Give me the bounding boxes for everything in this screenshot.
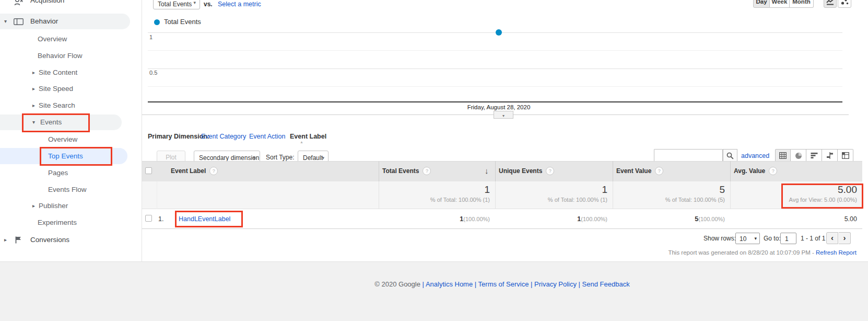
row-checkbox[interactable] — [145, 215, 152, 222]
summary-value: 1 — [602, 184, 607, 196]
help-icon[interactable]: ? — [209, 167, 218, 175]
sidebar-item-label: Behavior — [30, 14, 58, 29]
pivot-view-button[interactable] — [838, 149, 853, 162]
column-header-label: Unique Events — [499, 167, 542, 175]
sidebar-item-events-flow[interactable]: Events Flow — [48, 182, 87, 198]
percentage-view-button[interactable] — [791, 149, 806, 162]
y-tick-05: 0.5 — [149, 70, 157, 76]
sidebar-item-label: Conversions — [30, 232, 69, 248]
chevron-down-icon: ▾ — [253, 155, 255, 160]
granularity-week-button[interactable]: Week — [770, 0, 790, 8]
row-unique-events: 1(100.00%) — [495, 209, 607, 229]
granularity-day-button[interactable]: Day — [753, 0, 770, 8]
sidebar-item-site-speed[interactable]: ▸ Site Speed — [0, 81, 130, 97]
analytics-home-link[interactable]: Analytics Home — [426, 280, 473, 288]
footer-separator: | — [531, 280, 532, 288]
annotation-box-events — [22, 113, 90, 132]
summary-value: 1 — [484, 184, 490, 196]
dimension-tab-event-category[interactable]: Event Category — [201, 133, 246, 140]
chevron-right-icon: ▸ — [4, 232, 7, 248]
sidebar-item-label: Site Search — [39, 98, 75, 113]
sort-descending-icon[interactable]: ↓ — [485, 161, 489, 181]
sidebar-item-events-overview[interactable]: Overview — [48, 132, 77, 147]
show-rows-select[interactable]: 10 ▾ — [735, 233, 760, 244]
column-header-event-value[interactable]: Event Value? — [616, 161, 663, 181]
metric-selector-dropdown[interactable]: Total Events ▾ — [153, 0, 200, 9]
pie-chart-icon — [795, 152, 802, 159]
refresh-report-link[interactable]: Refresh Report — [816, 249, 857, 256]
column-header-event-label[interactable]: Event Label? — [171, 161, 218, 181]
summary-total-events-cell: 1 % of Total: 100.00% (1) — [379, 181, 495, 209]
sidebar-item-behavior-flow[interactable]: Behavior Flow — [38, 48, 83, 64]
next-page-button[interactable]: › — [839, 232, 851, 244]
copyright-text: © 2020 Google — [374, 280, 420, 288]
gridline-1 — [148, 32, 842, 33]
advanced-search-link[interactable]: advanced — [741, 152, 769, 159]
table-search-input[interactable] — [654, 149, 723, 162]
sidebar-item-overview[interactable]: Overview — [38, 31, 67, 47]
goto-page-input[interactable]: 1 — [780, 233, 796, 244]
summary-subtext: % of Total: 100.00% (5) — [665, 197, 725, 203]
footer-separator: | — [579, 280, 580, 288]
granularity-month-button[interactable]: Month — [790, 0, 814, 8]
help-icon[interactable]: ? — [655, 167, 663, 175]
column-header-label: Avg. Value — [734, 167, 765, 175]
select-all-checkbox[interactable] — [145, 167, 152, 174]
column-header-avg-value[interactable]: Avg. Value? — [734, 161, 777, 181]
motion-chart-view-button[interactable] — [838, 0, 851, 8]
row-avg-value: 5.00 — [730, 209, 857, 229]
summary-subtext: % of Total: 100.00% (1) — [548, 197, 607, 203]
chevron-right-icon: › — [843, 233, 846, 242]
sidebar-item-publisher[interactable]: ▸ Publisher — [0, 198, 130, 214]
acquisition-icon — [14, 0, 24, 6]
select-a-metric-link[interactable]: Select a metric — [218, 1, 261, 8]
column-divider — [613, 161, 613, 182]
privacy-policy-link[interactable]: Privacy Policy — [534, 280, 577, 288]
send-feedback-link[interactable]: Send Feedback — [582, 280, 630, 288]
column-header-unique-events[interactable]: Unique Events? — [499, 161, 554, 181]
line-chart-view-button[interactable] — [824, 0, 837, 8]
chevron-right-icon: ▸ — [32, 81, 35, 97]
column-header-total-events[interactable]: Total Events? — [382, 161, 431, 181]
summary-event-value-cell: 5 % of Total: 100.00% (5) — [613, 181, 730, 209]
metric-value: 5.00 — [844, 215, 857, 223]
column-divider — [495, 161, 496, 182]
metric-selector-value: Total Events — [158, 1, 192, 8]
comparison-view-button[interactable] — [822, 149, 838, 162]
table-view-button[interactable] — [775, 149, 791, 162]
row-event-value: 5(100.00%) — [613, 209, 725, 229]
sidebar-item-site-content[interactable]: ▸ Site Content — [0, 65, 130, 81]
terms-of-service-link[interactable]: Terms of Service — [478, 280, 529, 288]
column-divider — [379, 161, 379, 182]
table-search-button[interactable] — [723, 149, 737, 162]
help-icon[interactable]: ? — [423, 167, 431, 175]
footer-separator: | — [423, 280, 424, 288]
chevron-right-icon: ▸ — [32, 65, 35, 81]
sidebar-item-conversions[interactable]: ▸ Conversions — [0, 232, 130, 248]
dimension-tab-event-action[interactable]: Event Action — [249, 133, 286, 140]
column-header-label: Event Label — [171, 167, 206, 175]
sort-type-label: Sort Type: — [266, 154, 294, 161]
chevron-right-icon: ▸ — [32, 98, 35, 113]
annotation-box-event-label-row — [175, 211, 243, 227]
timeline-slider-handle[interactable]: ▾ — [494, 111, 513, 119]
data-table-icon — [779, 152, 787, 159]
chevron-down-icon: ▾ — [4, 14, 7, 29]
summary-unique-events-cell: 1 % of Total: 100.00% (1) — [495, 181, 613, 209]
dimension-tab-event-label[interactable]: Event Label — [290, 133, 326, 140]
chart-data-point[interactable] — [496, 29, 502, 36]
previous-page-button[interactable]: ‹ — [826, 232, 838, 244]
sidebar-item-experiments[interactable]: Experiments — [38, 215, 77, 231]
sidebar-item-pages[interactable]: Pages — [48, 165, 68, 181]
annotation-box-avg-value-summary — [781, 184, 863, 209]
metric-percent: (100.00%) — [581, 216, 607, 222]
sidebar-item-site-search[interactable]: ▸ Site Search — [0, 98, 130, 113]
sidebar-item-behavior[interactable]: ▾ Behavior — [0, 14, 130, 29]
footer-band — [0, 261, 868, 321]
gridline-075 — [148, 50, 842, 51]
help-icon[interactable]: ? — [769, 167, 777, 175]
search-icon — [726, 152, 734, 159]
help-icon[interactable]: ? — [546, 167, 554, 175]
report-generated-text: This report was generated on 8/28/20 at … — [668, 249, 816, 256]
performance-view-button[interactable] — [806, 149, 822, 162]
